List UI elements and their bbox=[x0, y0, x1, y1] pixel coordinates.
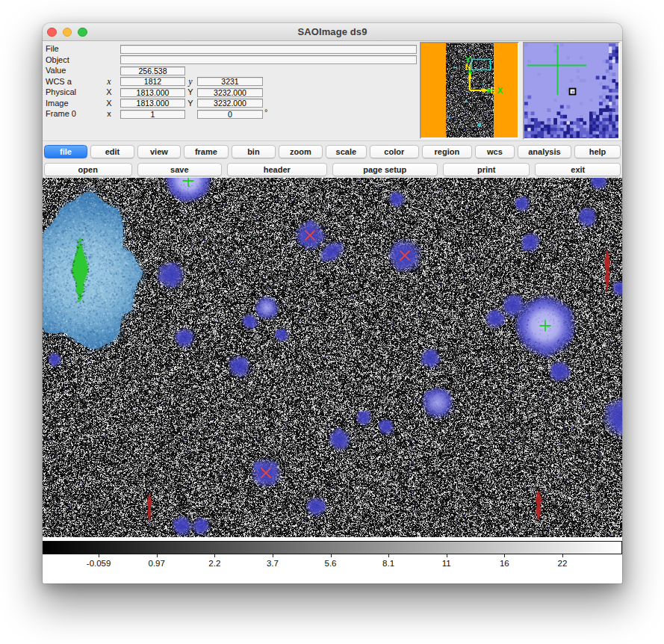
axis-label-2: y bbox=[188, 77, 192, 88]
button-analysis[interactable]: analysis bbox=[518, 145, 571, 158]
ds9-window: SAOImage ds9 FileObjectValue256.538WCS a… bbox=[43, 23, 622, 583]
button-region[interactable]: region bbox=[422, 145, 472, 158]
colorbar-tick bbox=[504, 554, 505, 557]
button-wcs[interactable]: wcs bbox=[475, 145, 515, 158]
file-field[interactable] bbox=[120, 45, 417, 54]
fits-image-canvas[interactable] bbox=[43, 178, 622, 537]
colorbar-tick bbox=[157, 554, 158, 557]
frame-0-y-field[interactable]: 0 bbox=[197, 110, 263, 119]
info-row-wcs-a: WCS ax1812y3231 bbox=[43, 77, 461, 88]
colorbar-tick-label: 3.7 bbox=[267, 559, 279, 568]
button-frame[interactable]: frame bbox=[184, 145, 229, 158]
image-y-field[interactable]: 3232.000 bbox=[197, 99, 263, 108]
colorbar-tick-label: 8.1 bbox=[382, 559, 394, 568]
colorbar-tick-label: 2.2 bbox=[208, 559, 220, 568]
colorbar-tick-label: 5.6 bbox=[325, 559, 337, 568]
button-open[interactable]: open bbox=[44, 163, 132, 176]
axis-label-1: x bbox=[107, 77, 111, 88]
button-bin[interactable]: bin bbox=[232, 145, 276, 158]
button-file[interactable]: file bbox=[44, 145, 87, 158]
button-edit[interactable]: edit bbox=[90, 145, 134, 158]
button-print[interactable]: print bbox=[443, 163, 530, 176]
colorbar-tick-label: 22 bbox=[558, 559, 568, 568]
screen: SAOImage ds9 FileObjectValue256.538WCS a… bbox=[0, 0, 664, 644]
panner-canvas[interactable] bbox=[421, 43, 518, 137]
info-row-file: File bbox=[43, 44, 461, 55]
image-x-field[interactable]: 1813.000 bbox=[120, 99, 185, 108]
frame-0-x-field[interactable]: 1 bbox=[120, 110, 185, 119]
info-panel: FileObjectValue256.538WCS ax1812y3231Phy… bbox=[43, 41, 622, 140]
axis-label-2: Y bbox=[187, 87, 193, 99]
info-label: Image bbox=[46, 99, 69, 110]
button-scale[interactable]: scale bbox=[326, 145, 367, 158]
colorbar-tick bbox=[331, 554, 332, 557]
menu-row-2: opensaveheaderpage setupprintexit bbox=[43, 163, 621, 176]
info-row-value: Value256.538 bbox=[43, 66, 461, 77]
colorbar-tick bbox=[562, 554, 563, 557]
object-field[interactable] bbox=[120, 55, 417, 64]
info-row-physical: PhysicalX1813.000Y3232.000 bbox=[43, 87, 461, 99]
wcs-a-x-field[interactable]: 1812 bbox=[120, 77, 185, 86]
colorbar-tick-label: 16 bbox=[500, 559, 509, 568]
panner[interactable] bbox=[420, 42, 519, 139]
info-label: WCS a bbox=[46, 77, 72, 88]
colorbar-tick bbox=[214, 554, 215, 557]
button-save[interactable]: save bbox=[137, 163, 223, 176]
info-label: File bbox=[46, 44, 59, 55]
info-label: Value bbox=[46, 66, 66, 77]
colorbar-tick-label: 11 bbox=[442, 559, 451, 568]
menu-row-1: fileeditviewframebinzoomscalecolorregion… bbox=[43, 145, 621, 158]
colorbar-tick bbox=[447, 554, 447, 557]
info-label: Frame 0 bbox=[46, 109, 76, 120]
degree-symbol: ° bbox=[264, 108, 267, 117]
info-row-object: Object bbox=[43, 55, 461, 66]
info-row-frame-0: Frame 0x10° bbox=[43, 109, 461, 120]
button-color[interactable]: color bbox=[370, 145, 419, 158]
physical-x-field[interactable]: 1813.000 bbox=[120, 88, 185, 97]
button-exit[interactable]: exit bbox=[535, 163, 621, 176]
info-label: Object bbox=[46, 55, 69, 66]
colorbar-tick bbox=[99, 554, 99, 557]
colorbar-tick-label: 0.97 bbox=[149, 559, 165, 568]
magnifier-canvas[interactable] bbox=[524, 43, 618, 138]
colorbar-tick bbox=[388, 554, 389, 557]
info-row-image: ImageX1813.000Y3232.000 bbox=[43, 99, 461, 110]
axis-label-1: X bbox=[106, 87, 111, 99]
image-display[interactable] bbox=[43, 178, 622, 537]
menu-button-bar: fileeditviewframebinzoomscalecolorregion… bbox=[43, 140, 622, 178]
axis-label-1: x bbox=[107, 109, 111, 120]
button-view[interactable]: view bbox=[137, 145, 181, 158]
colorbar-tick-label: -0.059 bbox=[87, 559, 111, 568]
button-zoom[interactable]: zoom bbox=[279, 145, 323, 158]
button-header[interactable]: header bbox=[227, 163, 326, 176]
value-field[interactable]: 256.538 bbox=[120, 66, 185, 75]
axis-label-2: Y bbox=[187, 99, 193, 110]
coordinate-readout: FileObjectValue256.538WCS ax1812y3231Phy… bbox=[43, 44, 461, 120]
colorbar-gradient[interactable] bbox=[43, 541, 622, 554]
physical-y-field[interactable]: 3232.000 bbox=[197, 88, 263, 97]
colorbar-panel: -0.0590.972.23.75.68.1111622 bbox=[43, 537, 622, 583]
button-page-setup[interactable]: page setup bbox=[332, 163, 438, 176]
colorbar-tick bbox=[273, 554, 273, 557]
axis-label-1: X bbox=[106, 99, 111, 110]
info-label: Physical bbox=[46, 87, 76, 99]
title-bar[interactable]: SAOImage ds9 bbox=[43, 23, 622, 41]
window-title: SAOImage ds9 bbox=[43, 23, 622, 41]
button-help[interactable]: help bbox=[574, 145, 621, 158]
magnifier[interactable] bbox=[523, 42, 620, 140]
wcs-a-y-field[interactable]: 3231 bbox=[197, 77, 263, 86]
